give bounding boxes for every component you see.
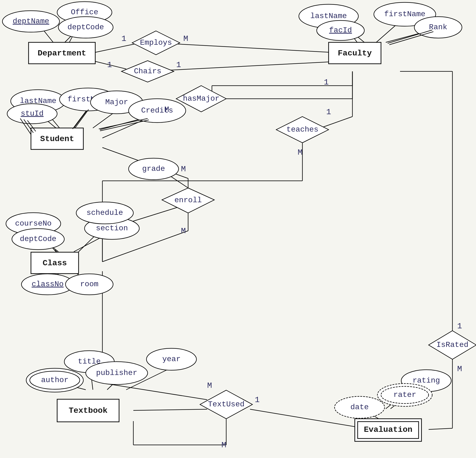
card-chairs-dept: 1 xyxy=(107,60,112,69)
entity-faculty-label: Faculty xyxy=(338,49,372,58)
card-hasmajor-stu: M xyxy=(164,105,169,114)
svg-line-6 xyxy=(169,61,352,70)
svg-line-15 xyxy=(319,117,352,128)
relationship-hasmajor-label: hasMajor xyxy=(183,94,220,103)
attr-rater-label: rater xyxy=(393,391,416,399)
card-employs-fac: M xyxy=(183,34,188,43)
card-chairs-fac: 1 xyxy=(176,60,181,69)
svg-line-5 xyxy=(177,44,352,54)
card-teaches-class: M xyxy=(298,148,302,157)
svg-line-40 xyxy=(102,383,207,400)
card-israted-bottom: M xyxy=(457,365,462,374)
attr-deptname-label: deptName xyxy=(13,17,49,26)
svg-line-3 xyxy=(95,44,135,52)
svg-line-20 xyxy=(74,109,88,128)
card-enroll-class: M xyxy=(181,226,186,235)
attr-schedule-label: schedule xyxy=(86,208,123,217)
attr-publisher-label: publisher xyxy=(96,368,137,377)
relationship-enroll-label: enroll xyxy=(174,196,202,205)
relationship-teaches-label: teaches xyxy=(287,125,318,134)
card-teaches-fac: 1 xyxy=(326,108,331,117)
attr-facid-label: facId xyxy=(329,26,352,35)
card-israted-top: 1 xyxy=(457,322,462,331)
svg-line-36 xyxy=(74,237,102,252)
attr-faculty-lastname-label: lastName xyxy=(310,12,347,20)
svg-line-64 xyxy=(100,120,149,131)
card-textused-bottom: M xyxy=(221,441,226,450)
relationship-textused-label: TextUsed xyxy=(208,400,245,409)
attr-office-label: Office xyxy=(71,8,98,17)
attr-faculty-firstname-label: firstName xyxy=(384,10,425,18)
svg-line-66 xyxy=(75,109,89,128)
svg-line-63 xyxy=(99,118,148,129)
attr-courseno-label: courseNo xyxy=(15,219,52,228)
attr-major-label: Major xyxy=(105,98,128,107)
attr-section-label: section xyxy=(96,224,128,233)
attr-stuid-label: stuId xyxy=(21,109,43,118)
entity-class-label: Class xyxy=(43,259,67,268)
card-enroll-stu: M xyxy=(181,165,186,174)
entity-department-label: Department xyxy=(38,49,86,58)
entity-evaluation-label: Evaluation xyxy=(364,425,412,434)
attr-room-label: room xyxy=(80,280,99,289)
svg-line-65 xyxy=(73,111,86,129)
svg-line-43 xyxy=(133,409,207,410)
card-employs-dept: 1 xyxy=(121,34,126,43)
card-textused-class: M xyxy=(207,381,212,390)
svg-line-59 xyxy=(429,428,452,429)
attr-deptcode-dept-label: deptCode xyxy=(67,23,104,32)
attr-rating-label: rating xyxy=(412,376,440,385)
attr-deptcode-class-label: deptCode xyxy=(20,235,56,243)
card-textused-textbook: 1 xyxy=(255,395,260,404)
relationship-israted-label: IsRated xyxy=(436,341,468,349)
attr-date-label: date xyxy=(350,403,369,412)
attr-classno-label: classNo xyxy=(32,280,64,289)
card-hasmajor-fac: 1 xyxy=(324,78,329,87)
entity-textbook-label: Textbook xyxy=(68,406,107,415)
relationship-chairs-label: Chairs xyxy=(134,67,161,76)
entity-student-label: Student xyxy=(40,134,74,143)
attr-author-label: author xyxy=(41,376,68,384)
attr-grade-label: grade xyxy=(142,164,165,173)
svg-line-68 xyxy=(389,32,433,45)
relationship-employs-label: Employs xyxy=(140,38,172,47)
attr-year-label: year xyxy=(162,355,181,364)
